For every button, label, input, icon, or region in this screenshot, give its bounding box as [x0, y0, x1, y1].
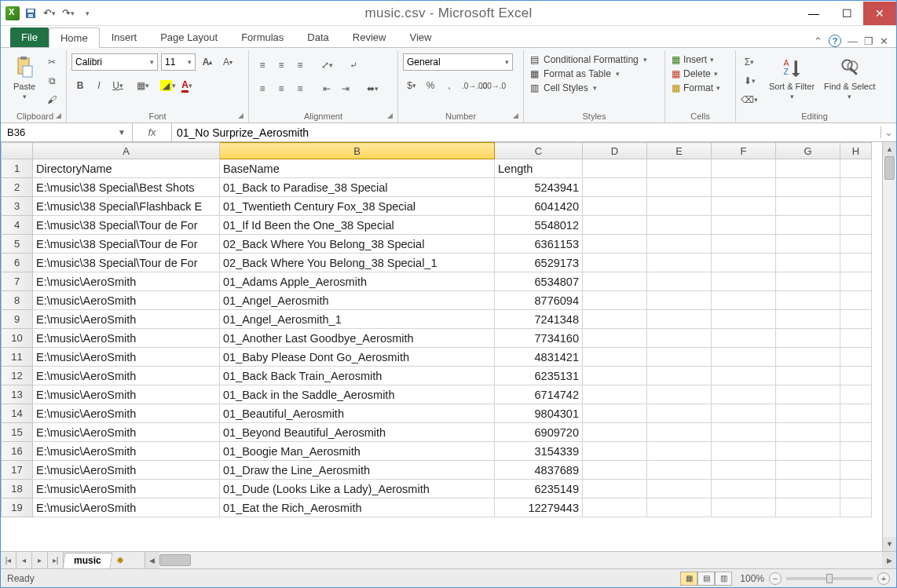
cell[interactable]: 7241348 — [495, 310, 583, 329]
cell[interactable]: 01_Boogie Man_Aerosmith — [220, 442, 495, 461]
scroll-left-button[interactable]: ◀ — [145, 552, 159, 568]
undo-button[interactable]: ↶▾ — [42, 5, 57, 21]
minimize-button[interactable]: — — [797, 2, 830, 25]
cell[interactable]: 01_Beyond Beautiful_Aerosmith — [220, 423, 495, 442]
cell[interactable] — [583, 291, 647, 310]
cell[interactable] — [840, 348, 872, 367]
scroll-down-button[interactable]: ▼ — [883, 537, 896, 551]
cut-button[interactable]: ✂ — [43, 53, 60, 71]
cell[interactable]: 01_Adams Apple_Aerosmith — [220, 272, 495, 291]
cell[interactable]: 8776094 — [495, 291, 583, 310]
cell[interactable] — [712, 178, 776, 197]
cell[interactable] — [583, 197, 647, 216]
cell[interactable] — [647, 442, 712, 461]
col-header-G[interactable]: G — [776, 143, 840, 159]
fill-button[interactable]: ⬇▾ — [741, 72, 758, 89]
cell[interactable]: 01_Angel_Aerosmith_1 — [220, 310, 495, 329]
zoom-slider[interactable] — [786, 577, 873, 580]
cell[interactable]: 6909720 — [495, 423, 583, 442]
cell[interactable] — [647, 480, 712, 499]
cell[interactable] — [583, 178, 647, 197]
cell[interactable] — [712, 423, 776, 442]
cell[interactable]: 01_If Id Been the One_38 Special — [220, 216, 495, 235]
cell[interactable] — [647, 159, 712, 178]
col-header-D[interactable]: D — [583, 143, 647, 159]
cell[interactable] — [583, 442, 647, 461]
cell[interactable] — [712, 499, 776, 517]
cell[interactable]: 7734160 — [495, 329, 583, 348]
cell[interactable] — [712, 385, 776, 404]
cell[interactable] — [583, 404, 647, 423]
format-as-table-button[interactable]: ▦Format as Table ▾ — [529, 68, 649, 80]
cell[interactable]: Length — [495, 159, 583, 178]
cell[interactable]: 3154339 — [495, 442, 583, 461]
cell[interactable]: 9804301 — [495, 404, 583, 423]
cell[interactable]: E:\music\38 Special\Tour de For — [33, 254, 220, 272]
hscroll-thumb[interactable] — [159, 554, 191, 566]
cell[interactable] — [647, 385, 712, 404]
cell[interactable] — [712, 197, 776, 216]
cell[interactable] — [583, 499, 647, 517]
cell[interactable] — [647, 404, 712, 423]
cell[interactable] — [583, 348, 647, 367]
row-header[interactable]: 3 — [2, 197, 33, 216]
cell[interactable]: 6529173 — [495, 254, 583, 272]
cell[interactable] — [840, 461, 872, 480]
cell[interactable] — [840, 159, 872, 178]
cell[interactable] — [776, 348, 840, 367]
cell[interactable]: E:\music\AeroSmith — [33, 329, 220, 348]
cell[interactable] — [647, 461, 712, 480]
copy-button[interactable]: ⧉ — [43, 72, 60, 89]
cell[interactable] — [583, 423, 647, 442]
conditional-formatting-button[interactable]: ▤Conditional Formatting ▾ — [529, 53, 649, 66]
qat-customize-button[interactable]: ▾ — [79, 5, 95, 21]
cell[interactable] — [776, 159, 840, 178]
cell[interactable] — [712, 461, 776, 480]
sheet-nav-first[interactable]: |◂ — [1, 552, 16, 568]
cell[interactable]: E:\music\AeroSmith — [33, 480, 220, 499]
increase-indent-button[interactable]: ⇥ — [337, 80, 354, 97]
cell[interactable] — [776, 329, 840, 348]
cell[interactable]: 4831421 — [495, 348, 583, 367]
cell[interactable]: 01_Twentieth Century Fox_38 Special — [220, 197, 495, 216]
formula-expand-icon[interactable]: ⌄ — [881, 126, 896, 138]
cell[interactable]: 6714742 — [495, 385, 583, 404]
cell[interactable]: E:\music\AeroSmith — [33, 272, 220, 291]
cell[interactable] — [712, 235, 776, 254]
cell[interactable] — [840, 235, 872, 254]
cell[interactable]: 6235131 — [495, 367, 583, 385]
cell[interactable] — [840, 178, 872, 197]
cell[interactable]: 01_Baby Please Dont Go_Aerosmith — [220, 348, 495, 367]
zoom-in-button[interactable]: + — [877, 572, 890, 585]
cell[interactable] — [583, 461, 647, 480]
cell[interactable] — [712, 367, 776, 385]
border-button[interactable]: ▦▾ — [134, 77, 152, 94]
cell[interactable] — [776, 499, 840, 517]
cell[interactable]: 6534807 — [495, 272, 583, 291]
col-header-F[interactable]: F — [712, 143, 776, 159]
delete-cells-button[interactable]: ▦Delete ▾ — [670, 68, 722, 80]
cell[interactable] — [840, 367, 872, 385]
align-middle-button[interactable]: ≡ — [273, 57, 290, 74]
cell[interactable] — [647, 499, 712, 517]
cell[interactable]: E:\music\AeroSmith — [33, 310, 220, 329]
row-header[interactable]: 8 — [2, 291, 33, 310]
cell[interactable]: BaseName — [220, 159, 495, 178]
underline-button[interactable]: U ▾ — [109, 77, 126, 94]
align-left-button[interactable]: ≡ — [254, 80, 271, 97]
cell[interactable]: 01_Beautiful_Aerosmith — [220, 404, 495, 423]
cell[interactable] — [840, 272, 872, 291]
cell[interactable] — [647, 235, 712, 254]
sheet-nav-last[interactable]: ▸| — [48, 552, 64, 568]
cell[interactable] — [776, 254, 840, 272]
save-button[interactable] — [23, 5, 38, 21]
horizontal-scrollbar[interactable]: ◀ ▶ — [145, 552, 896, 568]
row-header[interactable]: 1 — [2, 159, 33, 178]
cell[interactable]: 6361153 — [495, 235, 583, 254]
cell[interactable] — [840, 404, 872, 423]
cell[interactable]: E:\music\AeroSmith — [33, 442, 220, 461]
cell[interactable] — [776, 367, 840, 385]
cell[interactable]: 01_Angel_Aerosmith — [220, 291, 495, 310]
cell[interactable]: 4837689 — [495, 461, 583, 480]
ribbon-tab-review[interactable]: Review — [341, 27, 398, 47]
